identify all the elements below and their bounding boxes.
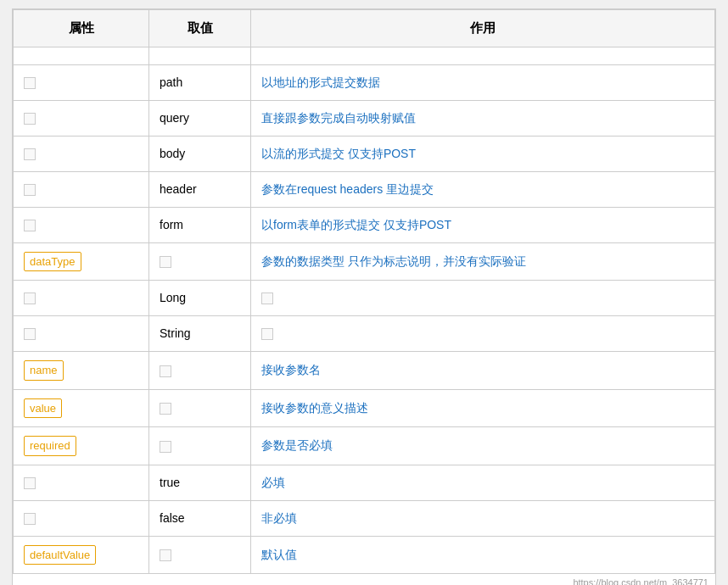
cell-usage: 参数是否必填 <box>251 427 715 465</box>
cell-usage: 接收参数名 <box>251 352 715 390</box>
table-header-row: 属性 取值 作用 <box>14 10 715 47</box>
cell-text: query <box>160 111 189 125</box>
cell-usage: 以地址的形式提交数据 <box>251 64 715 100</box>
cell-attribute <box>14 281 149 316</box>
small-box <box>160 256 171 268</box>
table-row: value接收参数的意义描述 <box>14 389 715 427</box>
table-row: required参数是否必填 <box>14 427 715 465</box>
tag-cell: value <box>24 398 62 419</box>
small-box <box>24 220 36 231</box>
cell-attribute: defaultValue <box>14 536 149 574</box>
cell-text: 参数是否必填 <box>261 438 333 452</box>
main-table-wrapper: 属性 取值 作用 path以地址的形式提交数据query直接跟参数完成自动映射赋… <box>12 8 716 585</box>
tag-cell: defaultValue <box>24 545 96 566</box>
cell-attribute <box>14 136 149 171</box>
cell-usage: 非必填 <box>251 500 715 536</box>
small-box <box>24 77 36 89</box>
cell-attribute <box>14 207 149 242</box>
cell-usage <box>251 281 715 316</box>
col-header-value: 取值 <box>149 10 251 47</box>
cell-attribute <box>14 64 149 100</box>
tag-cell: dataType <box>24 252 81 272</box>
cell-usage: 接收参数的意义描述 <box>251 389 715 427</box>
small-box <box>24 328 36 340</box>
cell-text: 非必填 <box>261 511 297 525</box>
cell-value <box>149 389 251 427</box>
cell-value <box>149 536 251 574</box>
small-box <box>160 549 171 561</box>
table-row: false非必填 <box>14 500 715 536</box>
small-box <box>24 184 36 196</box>
cell-usage: 以流的形式提交 仅支持POST <box>251 136 715 171</box>
table-row: header参数在request headers 里边提交 <box>14 171 715 207</box>
cell-text: body <box>160 147 185 160</box>
cell-attribute <box>14 171 149 207</box>
cell-text: 以地址的形式提交数据 <box>261 75 380 89</box>
cell-text: 以流的形式提交 仅支持POST <box>261 147 416 160</box>
cell-usage <box>251 316 715 352</box>
cell-value: String <box>149 316 251 352</box>
cell-text: 必填 <box>261 476 285 489</box>
cell-text: 参数的数据类型 只作为标志说明，并没有实际验证 <box>261 254 526 268</box>
cell-usage: 必填 <box>251 465 715 500</box>
cell-value <box>149 427 251 465</box>
col-header-attribute: 属性 <box>14 10 149 47</box>
cell-value: form <box>149 207 251 242</box>
small-box <box>160 365 171 377</box>
table-row: defaultValue默认值 <box>14 536 715 574</box>
cell-usage: 默认值 <box>251 536 715 574</box>
cell-value: path <box>149 64 251 100</box>
table-row: true必填 <box>14 465 715 500</box>
cell-text: 以form表单的形式提交 仅支持POST <box>261 218 451 231</box>
cell-text: 接收参数的意义描述 <box>261 401 368 415</box>
cell-text: 参数在request headers 里边提交 <box>261 182 434 196</box>
table-row: path以地址的形式提交数据 <box>14 64 715 100</box>
small-box <box>160 403 171 415</box>
small-box <box>24 148 36 160</box>
cell-usage: 直接跟参数完成自动映射赋值 <box>251 100 715 136</box>
cell-attribute <box>14 500 149 536</box>
table-row: body以流的形式提交 仅支持POST <box>14 136 715 171</box>
table-row: form以form表单的形式提交 仅支持POST <box>14 207 715 242</box>
cell-text: false <box>160 511 185 525</box>
table-row: query直接跟参数完成自动映射赋值 <box>14 100 715 136</box>
small-box <box>24 292 36 304</box>
table-row: name接收参数名 <box>14 352 715 390</box>
cell-attribute <box>14 100 149 136</box>
table-row: Long <box>14 281 715 316</box>
cell-text: Long <box>160 291 186 304</box>
cell-text: form <box>160 218 183 231</box>
watermark-text: https://blog.csdn.net/m_3634771 <box>13 574 715 585</box>
cell-text: path <box>160 75 182 89</box>
cell-value: true <box>149 465 251 500</box>
cell-value: body <box>149 136 251 171</box>
cell-usage: 参数在request headers 里边提交 <box>251 171 715 207</box>
cell-value <box>149 242 251 281</box>
cell-attribute: name <box>14 352 149 390</box>
small-box <box>160 441 171 453</box>
cell-value <box>149 47 251 64</box>
cell-attribute <box>14 316 149 352</box>
cell-attribute <box>14 465 149 500</box>
small-box <box>24 113 36 125</box>
cell-usage: 以form表单的形式提交 仅支持POST <box>251 207 715 242</box>
cell-text: 直接跟参数完成自动映射赋值 <box>261 111 416 125</box>
cell-value <box>149 352 251 390</box>
small-box <box>24 513 36 525</box>
table-row: String <box>14 316 715 352</box>
cell-text: header <box>160 182 197 196</box>
cell-attribute: required <box>14 427 149 465</box>
tag-cell: required <box>24 436 76 456</box>
cell-usage <box>251 47 715 64</box>
table-row: dataType参数的数据类型 只作为标志说明，并没有实际验证 <box>14 242 715 281</box>
cell-value: header <box>149 171 251 207</box>
cell-text: 接收参数名 <box>261 363 321 376</box>
tag-cell: name <box>24 360 64 381</box>
cell-attribute <box>14 47 149 64</box>
col-header-usage: 作用 <box>251 10 715 47</box>
cell-value: query <box>149 100 251 136</box>
cell-value: false <box>149 500 251 536</box>
cell-text: 默认值 <box>261 548 297 561</box>
cell-text: String <box>160 326 191 340</box>
cell-attribute: value <box>14 389 149 427</box>
